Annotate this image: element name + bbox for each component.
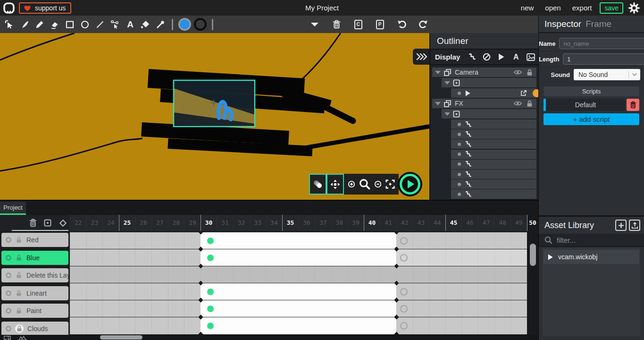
pre-frames[interactable]: [70, 300, 201, 317]
timeline-row-delete-this-layer[interactable]: [70, 266, 527, 283]
toggle-paths-icon[interactable]: [468, 52, 477, 61]
length-field[interactable]: [563, 53, 644, 65]
save-button[interactable]: save: [600, 2, 623, 14]
layer-lock-icon[interactable]: [15, 254, 23, 262]
frame-span[interactable]: [201, 249, 396, 266]
outliner-frame-row[interactable]: [442, 78, 536, 87]
toggle-frames-icon[interactable]: [497, 52, 506, 61]
zoom-out-icon[interactable]: [374, 180, 382, 188]
keyframe-dot[interactable]: [207, 238, 214, 244]
select-cursor-tool[interactable]: [2, 17, 17, 32]
menu-item-export[interactable]: export: [569, 3, 595, 13]
toggle-images-icon[interactable]: [526, 52, 535, 61]
delete-script-button[interactable]: [627, 99, 639, 111]
timeline-row-red[interactable]: [70, 232, 527, 249]
pan-tool-toggle[interactable]: [326, 174, 344, 195]
layer-item-red[interactable]: Red: [1, 233, 68, 247]
outliner-path-row[interactable]: [451, 160, 536, 169]
outliner-path-row[interactable]: [451, 150, 536, 159]
outliner-path-row[interactable]: [451, 179, 536, 189]
asset-item[interactable]: vcam.wickobj: [544, 250, 639, 264]
stroke-color-swatch[interactable]: [194, 18, 207, 31]
delete-selection-button[interactable]: [329, 17, 344, 32]
layer-visibility-icon[interactable]: [6, 255, 11, 261]
post-frames[interactable]: [396, 317, 527, 334]
outliner-layer-fx[interactable]: FX: [432, 99, 536, 108]
onion-skin-toggle[interactable]: [309, 174, 326, 195]
tab-project[interactable]: Project: [0, 202, 26, 215]
frame-number-25[interactable]: 25: [119, 215, 135, 231]
layer-item-lineart[interactable]: Lineart: [1, 286, 68, 300]
frame-number-24[interactable]: 24: [102, 215, 119, 231]
frame-number-43[interactable]: 43: [412, 215, 429, 231]
empty-keyframe-dot[interactable]: [400, 288, 408, 296]
layer-visibility-icon[interactable]: [6, 290, 11, 296]
empty-keyframe-dot[interactable]: [400, 305, 408, 313]
lock-icon[interactable]: [527, 100, 533, 107]
pre-frames[interactable]: [70, 232, 201, 249]
collapse-caret-icon[interactable]: [435, 71, 441, 74]
line-tool[interactable]: [92, 17, 108, 32]
timeline-row-lineart[interactable]: [70, 283, 527, 300]
vertical-scrollbar-thumb[interactable]: [530, 244, 536, 266]
frame-number-32[interactable]: 32: [233, 215, 250, 231]
menu-item-new[interactable]: new: [518, 3, 537, 13]
timeline-size-icon[interactable]: [4, 336, 11, 340]
frame-number-34[interactable]: 34: [266, 215, 282, 231]
post-frames[interactable]: [396, 283, 527, 300]
frame-number-33[interactable]: 33: [250, 215, 266, 231]
export-asset-button[interactable]: [629, 220, 640, 231]
eyedropper-tool[interactable]: [153, 17, 168, 32]
fit-view-icon[interactable]: [385, 179, 395, 189]
frame-number-39[interactable]: 39: [347, 215, 364, 231]
frame-number-44[interactable]: 44: [429, 215, 445, 231]
horizontal-scrollbar-thumb[interactable]: [100, 335, 142, 340]
pre-frames[interactable]: [70, 283, 201, 300]
pencil-tool[interactable]: [32, 17, 47, 32]
frame-number-42[interactable]: 42: [396, 215, 413, 231]
paste-button[interactable]: P: [372, 17, 387, 32]
fill-color-swatch[interactable]: [178, 18, 191, 31]
layer-lock-icon[interactable]: [15, 289, 23, 297]
layer-item-paint[interactable]: Paint: [1, 304, 68, 318]
frame-number-38[interactable]: 38: [331, 215, 348, 231]
frame-number-41[interactable]: 41: [380, 215, 396, 231]
redo-button[interactable]: [416, 17, 431, 32]
play-button[interactable]: [398, 172, 422, 196]
outliner-collapse-button[interactable]: [413, 49, 430, 65]
frame-span[interactable]: [201, 300, 396, 317]
layer-lock-icon[interactable]: [15, 307, 23, 314]
zoom-in-icon[interactable]: [348, 180, 355, 188]
layer-visibility-icon[interactable]: [6, 237, 11, 243]
frame-span[interactable]: [201, 232, 396, 249]
timeline-row-blue[interactable]: [70, 249, 527, 266]
eye-icon[interactable]: [514, 101, 522, 106]
support-us-button[interactable]: support us: [19, 2, 71, 14]
frame-number-35[interactable]: 35: [282, 215, 299, 231]
timeline-row-paint[interactable]: [70, 300, 527, 317]
copy-button[interactable]: C: [351, 17, 366, 32]
empty-keyframe-dot[interactable]: [400, 254, 408, 262]
text-tool[interactable]: A: [123, 17, 138, 32]
magnifier-icon[interactable]: [359, 178, 370, 190]
layer-item-clouds[interactable]: Clouds: [1, 322, 68, 335]
outliner-path-row[interactable]: [451, 139, 536, 149]
timeline-row-clouds[interactable]: [70, 317, 527, 334]
outliner-path-row[interactable]: [451, 119, 536, 129]
layer-visibility-icon[interactable]: [6, 308, 11, 314]
frame-number-23[interactable]: 23: [86, 215, 103, 231]
menu-item-open[interactable]: open: [542, 3, 564, 13]
add-script-button[interactable]: + add script: [544, 113, 639, 125]
eye-icon[interactable]: [514, 69, 522, 75]
settings-gear-icon[interactable]: [628, 2, 640, 14]
add-tween-icon[interactable]: [59, 219, 67, 228]
fill-bucket-tool[interactable]: [138, 17, 153, 32]
outliner-path-row[interactable]: [451, 129, 536, 139]
delete-layer-icon[interactable]: [29, 219, 37, 227]
frame-number-27[interactable]: 27: [151, 215, 168, 231]
frame-span[interactable]: [201, 317, 396, 334]
app-logo-icon[interactable]: [3, 2, 15, 14]
layer-lock-icon[interactable]: [15, 324, 24, 333]
post-frames[interactable]: [396, 300, 527, 317]
frame-number-40[interactable]: 40: [364, 215, 380, 231]
